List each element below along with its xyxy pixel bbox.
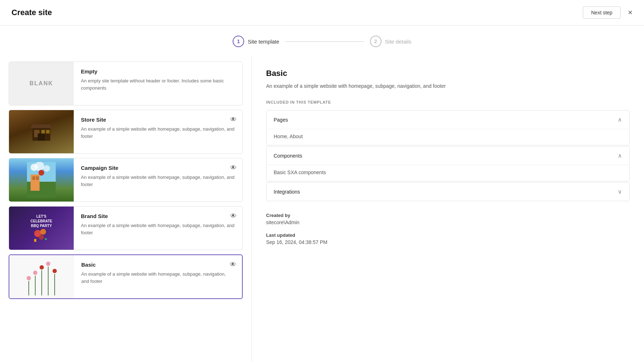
preview-icon-store[interactable]: 👁 [230, 116, 237, 123]
flower-head-3 [40, 265, 44, 270]
template-desc-store: An example of a simple website with home… [81, 126, 235, 140]
template-card-campaign[interactable]: Campaign Site An example of a simple web… [9, 158, 243, 202]
accordion-components: Components ∧ Basic SXA components [266, 146, 630, 181]
accordion-pages-header[interactable]: Pages ∧ [266, 110, 629, 129]
brand-text: LET'SCELEBRATEBBQ PARTY [31, 214, 52, 228]
detail-desc: An example of a simple website with home… [266, 82, 630, 90]
flower-3 [40, 265, 44, 295]
accordion-pages-body: Home, About [266, 129, 629, 145]
template-info-empty: Empty An empty site template without hea… [74, 62, 242, 105]
close-button[interactable]: × [628, 9, 632, 17]
main-content: BLANK Empty An empty site template witho… [0, 56, 644, 362]
meta-created-by: Created by sitecore\Admin [266, 213, 630, 225]
svg-point-14 [38, 170, 44, 176]
flower-head-5 [52, 269, 57, 273]
basic-image [9, 255, 74, 298]
store-image [9, 110, 74, 153]
template-desc-empty: An empty site template without header or… [81, 77, 235, 91]
template-name-basic: Basic [81, 262, 235, 268]
stem-3 [41, 270, 42, 295]
accordion-integrations: Integrations ∨ [266, 182, 630, 201]
template-info-campaign: Campaign Site An example of a simple web… [74, 158, 242, 202]
template-thumb-store [9, 110, 74, 153]
accordion-pages-chevron-icon: ∧ [618, 116, 622, 123]
stem-4 [48, 267, 49, 295]
template-name-brand: Brand Site [81, 213, 235, 219]
flower-head-4 [46, 262, 50, 266]
page-title: Create site [12, 8, 52, 17]
stem-5 [54, 274, 55, 295]
svg-rect-3 [46, 130, 50, 134]
stem-1 [28, 281, 29, 295]
svg-rect-2 [41, 130, 45, 134]
svg-point-16 [40, 229, 46, 235]
accordion-pages-content: Home, About [274, 134, 303, 139]
next-step-button[interactable]: Next step [583, 6, 621, 19]
template-thumb-campaign [9, 158, 74, 202]
svg-point-9 [44, 165, 50, 172]
step-2-label: Site details [385, 39, 411, 45]
svg-rect-19 [45, 238, 47, 240]
meta-section: Created by sitecore\Admin Last updated S… [266, 213, 630, 245]
flower-4 [46, 262, 50, 295]
step-1: 1 Site template [233, 36, 279, 47]
header-actions: Next step × [583, 6, 632, 19]
template-thumb-basic [9, 255, 74, 298]
template-name-empty: Empty [81, 68, 235, 74]
accordion-components-body: Basic SXA components [266, 165, 629, 181]
template-card-basic[interactable]: Basic An example of a simple website wit… [9, 254, 243, 299]
template-desc-brand: An example of a simple website with home… [81, 222, 235, 236]
template-info-store: Store Site An example of a simple websit… [74, 110, 242, 153]
page-header: Create site Next step × [0, 0, 644, 26]
accordion-integrations-label: Integrations [274, 189, 300, 195]
accordion-integrations-chevron-icon: ∨ [618, 188, 622, 195]
campaign-image [9, 158, 74, 202]
template-card-store[interactable]: Store Site An example of a simple websit… [9, 110, 243, 154]
meta-created-by-label: Created by [266, 213, 630, 218]
template-info-brand: Brand Site An example of a simple websit… [74, 207, 242, 250]
template-name-campaign: Campaign Site [81, 165, 235, 171]
svg-point-17 [39, 235, 44, 240]
stem-2 [35, 276, 36, 295]
svg-rect-13 [36, 176, 39, 180]
svg-rect-5 [38, 134, 45, 141]
template-thumb-brand: LET'SCELEBRATEBBQ PARTY [9, 207, 74, 250]
template-card-empty[interactable]: BLANK Empty An empty site template witho… [9, 62, 243, 105]
svg-rect-18 [34, 239, 36, 242]
accordion-components-header[interactable]: Components ∧ [266, 146, 629, 165]
flower-5 [52, 269, 57, 295]
step-1-label: Site template [248, 39, 279, 45]
store-icon [31, 121, 52, 142]
included-label: INCLUDED IN THIS TEMPLATE [266, 100, 630, 104]
svg-rect-12 [32, 176, 35, 180]
preview-icon-brand[interactable]: 👁 [230, 212, 237, 220]
flower-1 [27, 276, 31, 295]
accordion-pages-label: Pages [274, 117, 288, 123]
template-list: BLANK Empty An empty site template witho… [0, 56, 252, 362]
svg-point-8 [35, 162, 44, 171]
template-thumb-empty: BLANK [9, 62, 74, 105]
template-desc-basic: An example of a simple website with home… [81, 271, 235, 285]
accordion-components-chevron-icon: ∧ [618, 152, 622, 159]
meta-last-updated-value: Sep 16, 2024, 04:38:57 PM [266, 239, 630, 245]
accordion-pages: Pages ∧ Home, About [266, 110, 630, 145]
meta-created-by-value: sitecore\Admin [266, 220, 630, 225]
accordion-integrations-header[interactable]: Integrations ∨ [266, 182, 629, 201]
preview-icon-basic[interactable]: 👁 [230, 261, 236, 268]
meta-last-updated-label: Last updated [266, 232, 630, 238]
template-card-brand[interactable]: LET'SCELEBRATEBBQ PARTY Brand Site An ex… [9, 206, 243, 250]
template-info-basic: Basic An example of a simple website wit… [74, 255, 242, 298]
svg-marker-4 [31, 125, 52, 128]
flower-head-1 [27, 276, 31, 280]
template-name-store: Store Site [81, 117, 235, 123]
template-detail-panel: Basic An example of a simple website wit… [252, 56, 644, 362]
preview-icon-campaign[interactable]: 👁 [230, 164, 237, 172]
flower-head-2 [33, 271, 37, 275]
brand-image: LET'SCELEBRATEBBQ PARTY [9, 207, 74, 250]
step-2: 2 Site details [370, 36, 411, 47]
detail-title: Basic [266, 69, 630, 78]
template-desc-campaign: An example of a simple website with home… [81, 174, 235, 188]
campaign-scene-icon [27, 162, 56, 198]
meta-last-updated: Last updated Sep 16, 2024, 04:38:57 PM [266, 232, 630, 245]
step-1-circle: 1 [233, 36, 244, 47]
